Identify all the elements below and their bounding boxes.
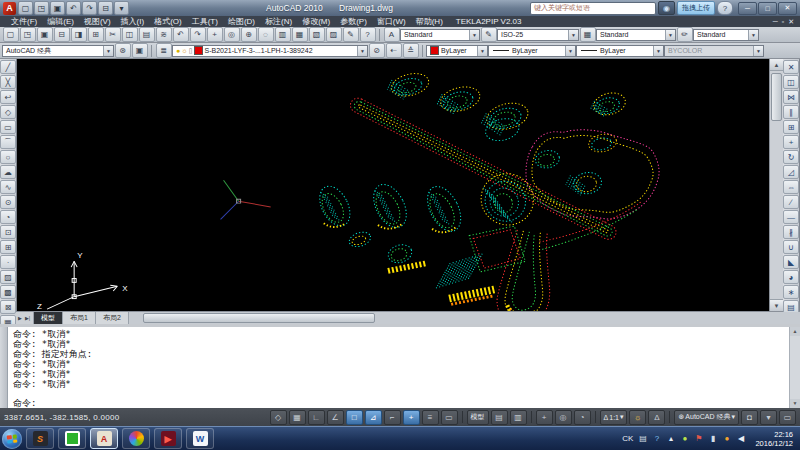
minimize-button[interactable]: ─: [738, 2, 757, 15]
drawing-canvas[interactable]: Y X Z: [17, 59, 769, 311]
annotation-visibility-icon[interactable]: ☼: [629, 410, 646, 425]
array-icon[interactable]: ⊞: [783, 120, 799, 134]
command-window-grip[interactable]: [0, 327, 8, 408]
chevron-down-icon[interactable]: ▼: [477, 46, 487, 56]
menu-item[interactable]: 绘图(D): [223, 16, 260, 27]
point-icon[interactable]: ·: [0, 255, 16, 269]
pan-icon[interactable]: +: [536, 410, 553, 425]
scrollbar-thumb[interactable]: [771, 73, 782, 121]
command-prompt[interactable]: 命令:: [13, 398, 789, 408]
help-button[interactable]: ?: [717, 1, 733, 15]
copy-icon[interactable]: ◫: [783, 75, 799, 89]
make-block-icon[interactable]: ⊞: [0, 240, 16, 254]
construction-line-icon[interactable]: ╳: [0, 75, 16, 89]
action-center-icon[interactable]: ⚑: [693, 433, 704, 444]
start-button[interactable]: [2, 429, 22, 449]
communication-center-icon[interactable]: ◉: [658, 1, 675, 15]
ime-indicator[interactable]: CK: [622, 434, 633, 443]
chevron-down-icon[interactable]: ▼: [748, 30, 758, 40]
mleader-style-combo[interactable]: Standard▼: [693, 29, 759, 41]
text-style-combo[interactable]: Standard▼: [400, 29, 480, 41]
menu-item[interactable]: 参数(P): [335, 16, 372, 27]
chevron-down-icon[interactable]: ▼: [665, 30, 675, 40]
tray-help-icon[interactable]: ?: [651, 433, 662, 444]
qat-menu-icon[interactable]: ▾: [114, 1, 129, 15]
zoom-realtime-icon[interactable]: ◎: [224, 27, 240, 42]
doc-restore-button[interactable]: ▫: [782, 18, 784, 26]
taskbar-app-green[interactable]: [58, 428, 86, 449]
tab-nav-icon[interactable]: ▶: [17, 315, 23, 321]
chevron-down-icon[interactable]: ▼: [357, 46, 367, 56]
device-icon[interactable]: ▮: [707, 433, 718, 444]
publish-icon[interactable]: ⊞: [88, 27, 104, 42]
scroll-down-icon[interactable]: ▼: [790, 399, 800, 408]
scroll-up-icon[interactable]: ▲: [790, 327, 800, 336]
revcloud-icon[interactable]: ☁: [0, 165, 16, 179]
move-icon[interactable]: +: [783, 135, 799, 149]
circle-icon[interactable]: ○: [0, 150, 16, 164]
dim-style-combo[interactable]: ISO-25▼: [497, 29, 579, 41]
menu-item[interactable]: 视图(V): [79, 16, 116, 27]
plugin-menu[interactable]: TEKLA2PIP V2.03: [456, 17, 522, 26]
autocad-logo-icon[interactable]: A: [3, 2, 16, 15]
layer-properties-icon[interactable]: ≣: [156, 43, 172, 58]
otrack-icon[interactable]: ⊿: [365, 410, 382, 425]
osnap-icon[interactable]: □: [346, 410, 363, 425]
workspace-combo[interactable]: AutoCAD 经典▼: [2, 45, 114, 57]
polar-icon[interactable]: ∠: [327, 410, 344, 425]
region-icon[interactable]: ⊠: [0, 300, 16, 314]
menu-item[interactable]: 帮助(H): [411, 16, 448, 27]
hatch-icon[interactable]: ▨: [0, 270, 16, 284]
plot-icon[interactable]: ⊟: [54, 27, 70, 42]
snap-icon[interactable]: ◇: [270, 410, 287, 425]
mleader-style-icon[interactable]: ✏: [677, 27, 693, 42]
chevron-down-icon[interactable]: ▼: [565, 46, 575, 56]
qp-icon[interactable]: ▭: [441, 410, 458, 425]
model-space-button[interactable]: 模型: [467, 410, 489, 425]
quickview-layouts-icon[interactable]: ▥: [510, 410, 527, 425]
polyline-icon[interactable]: ↩: [0, 90, 16, 104]
table-style-combo[interactable]: Standard▼: [596, 29, 676, 41]
tab-layout2[interactable]: 布局2: [96, 312, 129, 324]
polygon-icon[interactable]: ◇: [0, 105, 16, 119]
maximize-button[interactable]: □: [758, 2, 777, 15]
tab-layout1[interactable]: 布局1: [63, 312, 96, 324]
ellipse-arc-icon[interactable]: ◔: [0, 210, 16, 224]
taskbar-clock[interactable]: 22:16 2016/12/12: [750, 430, 798, 448]
menu-item[interactable]: 插入(I): [116, 16, 150, 27]
undo-icon[interactable]: ↶: [173, 27, 189, 42]
undo-icon[interactable]: ↶: [66, 1, 81, 15]
layer-states-icon[interactable]: ≙: [403, 43, 419, 58]
close-button[interactable]: ✕: [778, 2, 797, 15]
keyboard-icon[interactable]: ▤: [637, 433, 648, 444]
pan-icon[interactable]: +: [207, 27, 223, 42]
menu-item[interactable]: 格式(O): [149, 16, 187, 27]
break-icon[interactable]: ∦: [783, 225, 799, 239]
grid-icon[interactable]: ▦: [289, 410, 306, 425]
scrollbar-thumb[interactable]: [143, 313, 375, 323]
markup-icon[interactable]: ✎: [343, 27, 359, 42]
color-combo[interactable]: ByLayer ▼: [426, 45, 488, 57]
doc-minimize-button[interactable]: ─: [773, 18, 778, 26]
ellipse-icon[interactable]: ⊙: [0, 195, 16, 209]
zoom-window-icon[interactable]: ⊕: [241, 27, 257, 42]
join-icon[interactable]: ∪: [783, 240, 799, 254]
notify-dot-icon[interactable]: ●: [721, 433, 732, 444]
clean-screen-icon[interactable]: ▭: [779, 410, 796, 425]
arc-icon[interactable]: ⌒: [0, 135, 16, 149]
ducs-icon[interactable]: ⌐: [384, 410, 401, 425]
copy-icon[interactable]: ◫: [122, 27, 138, 42]
erase-icon[interactable]: ✕: [783, 60, 799, 74]
scale-icon[interactable]: ◿: [783, 165, 799, 179]
chevron-down-icon[interactable]: ▼: [568, 30, 578, 40]
offset-icon[interactable]: ∥: [783, 105, 799, 119]
volume-icon[interactable]: ◀: [735, 433, 746, 444]
chevron-down-icon[interactable]: ▼: [653, 46, 663, 56]
gradient-icon[interactable]: ▩: [0, 285, 16, 299]
paste-icon[interactable]: ▤: [139, 27, 155, 42]
plot-preview-icon[interactable]: ◨: [71, 27, 87, 42]
new-icon[interactable]: ▢: [3, 27, 19, 42]
command-history[interactable]: 命令: *取消*命令: *取消*命令: 指定对角点:命令: *取消*命令: *取…: [8, 327, 789, 408]
new-icon[interactable]: ▢: [18, 1, 33, 15]
scroll-up-icon[interactable]: ▲: [770, 59, 783, 71]
